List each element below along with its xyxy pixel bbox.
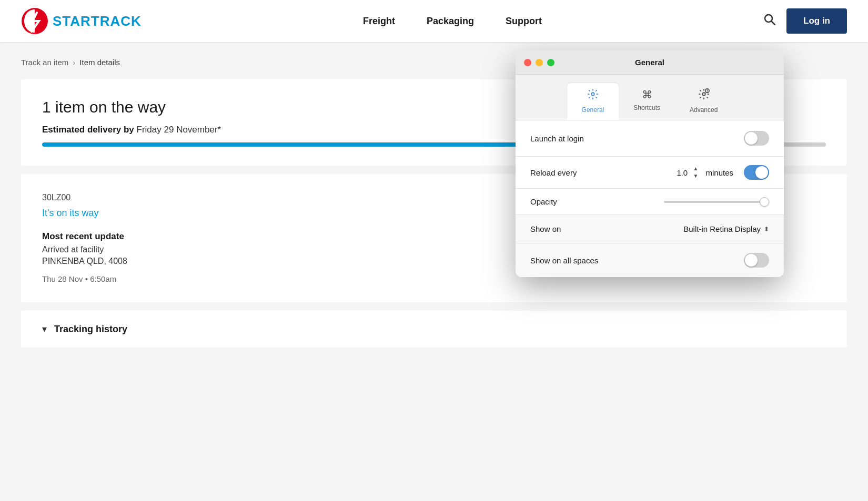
- nav-freight[interactable]: Freight: [363, 16, 395, 27]
- window-controls: [524, 59, 554, 66]
- main-nav: Freight Packaging Support: [363, 16, 542, 27]
- gear-icon: [587, 88, 599, 103]
- minutes-label: minutes: [705, 168, 733, 177]
- nav-packaging[interactable]: Packaging: [427, 16, 474, 27]
- login-button[interactable]: Log in: [786, 8, 847, 34]
- opacity-label: Opacity: [530, 197, 557, 206]
- breadcrumb-link[interactable]: Track an item: [21, 58, 68, 67]
- stepper-group: 1.0 ▲ ▼: [674, 165, 701, 180]
- tab-shortcuts[interactable]: ⌘ Shortcuts: [619, 83, 675, 120]
- reload-every-label: Reload every: [530, 168, 577, 177]
- reload-every-row: Reload every 1.0 ▲ ▼ minutes: [516, 157, 784, 189]
- tab-advanced-label: Advanced: [690, 106, 718, 114]
- toggle-thumb: [745, 254, 758, 267]
- tab-advanced[interactable]: Advanced: [675, 83, 732, 120]
- breadcrumb-current: Item details: [79, 58, 120, 67]
- tab-general-label: General: [582, 106, 604, 114]
- delivery-date: Friday 29 November*: [137, 125, 221, 135]
- tab-general[interactable]: General: [567, 83, 619, 120]
- show-on-label: Show on: [530, 224, 561, 233]
- shortcuts-icon: ⌘: [642, 88, 652, 101]
- toggle-thumb: [755, 166, 768, 179]
- stepper-up-button[interactable]: ▲: [691, 165, 701, 172]
- show-on-row: Show on Built-in Retina Display ⬍: [516, 215, 784, 243]
- show-on-value: Built-in Retina Display: [683, 224, 761, 233]
- launch-at-login-label: Launch at login: [530, 134, 584, 143]
- toggle-track: [744, 165, 769, 180]
- panel-titlebar: General: [516, 50, 784, 75]
- panel-title: General: [635, 58, 664, 67]
- search-icon: [763, 13, 776, 26]
- show-on-all-spaces-label: Show on all spaces: [530, 256, 598, 265]
- tab-shortcuts-label: Shortcuts: [633, 104, 660, 111]
- launch-at-login-toggle[interactable]: [744, 131, 769, 146]
- reload-toggle[interactable]: [744, 165, 769, 180]
- header-actions: Log in: [763, 8, 847, 34]
- minimize-window-button[interactable]: [536, 59, 543, 66]
- logo: STARTRACK: [21, 7, 142, 35]
- logo-icon: [21, 7, 48, 35]
- maximize-window-button[interactable]: [547, 59, 554, 66]
- stepper-down-button[interactable]: ▼: [691, 172, 701, 180]
- show-on-all-spaces-toggle[interactable]: [744, 253, 769, 268]
- search-button[interactable]: [763, 13, 776, 29]
- toggle-track: [744, 131, 769, 146]
- nav-support[interactable]: Support: [506, 16, 542, 27]
- toggle-thumb: [745, 132, 758, 145]
- logo-text: STARTRACK: [53, 13, 142, 29]
- chevron-updown-icon: ⬍: [764, 226, 769, 233]
- opacity-row: Opacity: [516, 189, 784, 215]
- svg-point-3: [591, 93, 594, 96]
- stepper-buttons: ▲ ▼: [691, 165, 701, 180]
- breadcrumb-separator: ›: [73, 58, 75, 67]
- advanced-icon: [698, 88, 710, 103]
- svg-line-2: [772, 22, 775, 25]
- opacity-slider[interactable]: [664, 201, 769, 203]
- toggle-track: [744, 253, 769, 268]
- svg-point-4: [702, 93, 705, 96]
- panel-body: Launch at login Reload every 1.0 ▲ ▼ min…: [516, 120, 784, 277]
- tracking-history-card[interactable]: ▾ Tracking history: [21, 311, 847, 347]
- close-window-button[interactable]: [524, 59, 531, 66]
- show-on-all-spaces-row: Show on all spaces: [516, 243, 784, 277]
- panel-tabs: General ⌘ Shortcuts Advanced: [516, 75, 784, 120]
- launch-at-login-row: Launch at login: [516, 120, 784, 157]
- general-settings-panel: General General ⌘ Shortcuts: [516, 50, 784, 277]
- show-on-select[interactable]: Built-in Retina Display ⬍: [683, 224, 769, 233]
- chevron-down-icon: ▾: [42, 323, 47, 335]
- stepper-value: 1.0: [674, 168, 690, 177]
- tracking-history-label: Tracking history: [54, 324, 127, 335]
- header: STARTRACK Freight Packaging Support Log …: [0, 0, 868, 42]
- reload-controls: 1.0 ▲ ▼ minutes: [674, 165, 769, 180]
